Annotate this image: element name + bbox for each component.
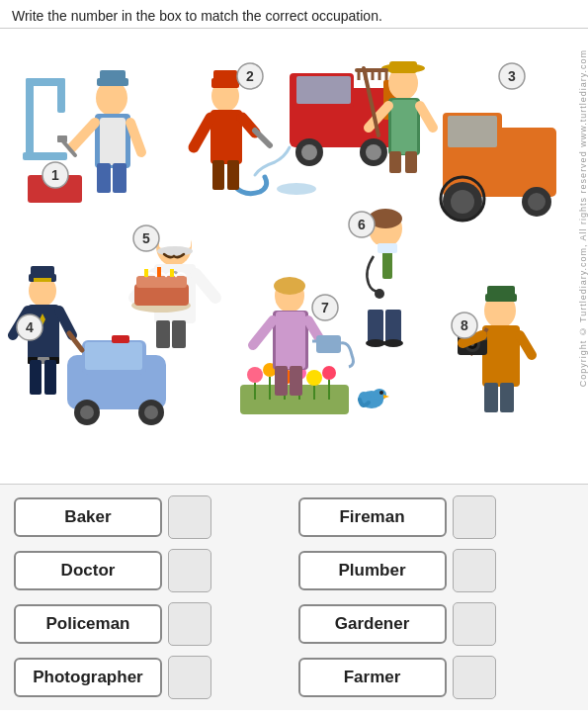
- svg-rect-3: [57, 78, 65, 113]
- svg-rect-68: [85, 342, 142, 370]
- svg-point-120: [383, 339, 403, 347]
- svg-rect-113: [378, 243, 397, 253]
- svg-rect-148: [275, 366, 288, 396]
- svg-rect-22: [296, 76, 351, 104]
- svg-text:1: 1: [51, 167, 59, 183]
- svg-rect-42: [448, 116, 497, 147]
- svg-rect-117: [368, 310, 383, 344]
- occupation-baker: Baker: [14, 497, 162, 537]
- answer-grid: Baker Fireman Doctor Plumber Policeman G…: [0, 484, 588, 710]
- svg-rect-4: [23, 152, 67, 160]
- svg-point-91: [157, 209, 193, 223]
- svg-rect-50: [389, 61, 417, 73]
- occupation-photographer: Photographer: [14, 658, 162, 697]
- svg-rect-63: [405, 151, 417, 173]
- svg-text:8: 8: [461, 317, 468, 333]
- svg-rect-37: [227, 160, 239, 190]
- answer-row-baker: Baker: [10, 491, 294, 544]
- svg-rect-16: [97, 163, 111, 193]
- answer-row-photographer: Photographer: [10, 651, 294, 704]
- svg-rect-146: [316, 335, 341, 353]
- svg-text:4: 4: [26, 319, 34, 335]
- svg-rect-106: [172, 320, 186, 348]
- svg-rect-102: [144, 269, 148, 277]
- svg-text:6: 6: [358, 217, 366, 232]
- answer-row-fireman: Fireman: [294, 491, 579, 544]
- instruction-text: Write the number in the box to match the…: [0, 0, 588, 29]
- answer-row-plumber: Plumber: [294, 544, 579, 597]
- svg-rect-149: [290, 366, 302, 396]
- svg-rect-1: [26, 78, 34, 157]
- answer-box-farmer[interactable]: [453, 656, 496, 699]
- svg-text:2: 2: [246, 68, 254, 84]
- svg-rect-104: [170, 269, 174, 277]
- svg-rect-73: [112, 335, 129, 343]
- answer-box-baker[interactable]: [168, 495, 211, 539]
- svg-point-128: [306, 370, 322, 386]
- answer-box-gardener[interactable]: [453, 602, 496, 646]
- svg-rect-164: [484, 383, 498, 412]
- svg-rect-143: [276, 312, 305, 369]
- svg-rect-105: [156, 320, 170, 348]
- svg-point-141: [274, 277, 305, 295]
- svg-rect-76: [31, 266, 54, 278]
- svg-point-92: [157, 246, 193, 256]
- svg-rect-62: [389, 151, 401, 173]
- svg-rect-118: [385, 310, 401, 344]
- svg-rect-101: [136, 276, 187, 288]
- svg-rect-52: [391, 100, 417, 154]
- svg-point-44: [451, 190, 474, 214]
- svg-point-124: [247, 367, 263, 383]
- svg-point-129: [322, 366, 336, 380]
- svg-point-114: [375, 289, 384, 299]
- answer-box-plumber[interactable]: [453, 549, 496, 592]
- svg-point-70: [80, 405, 94, 419]
- answer-box-photographer[interactable]: [168, 656, 211, 699]
- answer-box-doctor[interactable]: [168, 549, 211, 592]
- answer-row-farmer: Farmer: [294, 651, 579, 704]
- svg-rect-85: [30, 360, 42, 395]
- occupation-gardener: Gardener: [298, 604, 447, 644]
- svg-rect-9: [100, 70, 126, 82]
- svg-point-28: [277, 183, 316, 195]
- svg-point-139: [379, 391, 383, 395]
- svg-rect-11: [100, 118, 126, 165]
- svg-point-119: [366, 339, 385, 347]
- svg-text:3: 3: [508, 68, 516, 84]
- occupation-fireman: Fireman: [298, 497, 447, 537]
- answer-row-doctor: Doctor: [10, 544, 294, 597]
- svg-point-46: [528, 193, 546, 211]
- svg-rect-154: [487, 286, 515, 298]
- answer-box-fireman[interactable]: [453, 495, 496, 539]
- svg-rect-31: [213, 70, 237, 82]
- svg-rect-17: [113, 163, 126, 193]
- answer-box-policeman[interactable]: [168, 602, 211, 646]
- answer-row-policeman: Policeman: [10, 597, 294, 651]
- occupation-plumber: Plumber: [298, 551, 447, 590]
- svg-text:7: 7: [321, 300, 329, 315]
- watermark-text: Copyright © Turtlediary.com, All rights …: [576, 49, 588, 387]
- occupation-policeman: Policeman: [14, 604, 162, 644]
- svg-rect-15: [57, 135, 67, 142]
- illustration-area: 1 2: [8, 29, 581, 484]
- svg-rect-86: [44, 360, 56, 395]
- svg-point-24: [301, 144, 317, 160]
- svg-point-137: [373, 389, 386, 401]
- svg-rect-165: [500, 383, 514, 412]
- svg-point-72: [144, 405, 158, 419]
- svg-rect-155: [482, 325, 520, 387]
- svg-rect-103: [157, 267, 161, 277]
- answer-row-gardener: Gardener: [294, 597, 579, 651]
- svg-rect-77: [34, 278, 51, 282]
- svg-rect-36: [212, 160, 224, 190]
- occupation-farmer: Farmer: [298, 658, 447, 697]
- svg-text:5: 5: [142, 230, 150, 246]
- occupation-doctor: Doctor: [14, 551, 162, 590]
- svg-point-26: [366, 144, 381, 160]
